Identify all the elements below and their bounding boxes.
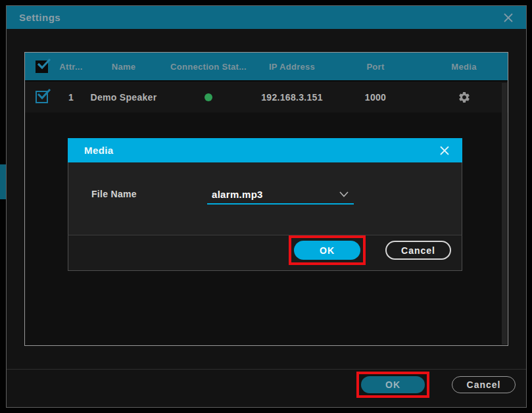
footer-divider — [7, 369, 526, 370]
row-name: Demo Speaker — [84, 92, 163, 103]
table-scrollbar[interactable] — [502, 83, 507, 345]
row-ip-address: 192.168.3.151 — [254, 92, 330, 103]
row-attr: 1 — [58, 92, 84, 103]
connection-status-dot — [205, 93, 212, 101]
speaker-table-header: Attr... Name Connection Stat... IP Addre… — [25, 53, 508, 82]
media-close-icon[interactable] — [439, 145, 450, 157]
chevron-down-icon — [339, 191, 349, 197]
settings-titlebar: Settings — [7, 6, 526, 29]
file-name-dropdown[interactable]: alarm.mp3 — [207, 185, 354, 205]
media-dialog-footer: OK Cancel — [68, 235, 462, 271]
check-icon — [37, 87, 51, 100]
select-all-checkbox[interactable] — [36, 61, 48, 73]
settings-close-icon[interactable] — [502, 12, 514, 24]
media-title: Media — [84, 145, 114, 156]
media-gear-icon[interactable] — [458, 91, 471, 104]
media-dialog-body: File Name alarm.mp3 — [68, 162, 462, 235]
settings-ok-highlight-annotation: OK — [356, 372, 429, 398]
speaker-table-row[interactable]: 1 Demo Speaker 192.168.3.151 1000 — [25, 82, 508, 112]
file-name-label: File Name — [91, 189, 137, 199]
settings-ok-button[interactable]: OK — [361, 376, 425, 393]
column-header-attr[interactable]: Attr... — [58, 62, 84, 72]
column-header-connection-status[interactable]: Connection Stat... — [163, 62, 254, 72]
settings-title: Settings — [19, 12, 60, 23]
file-name-value: alarm.mp3 — [207, 189, 263, 200]
media-ok-highlight-annotation: OK — [289, 235, 366, 265]
column-header-name[interactable]: Name — [84, 62, 163, 72]
background-window-fragment — [0, 164, 6, 199]
settings-cancel-button[interactable]: Cancel — [452, 376, 516, 393]
media-ok-button[interactable]: OK — [294, 241, 360, 260]
column-header-port[interactable]: Port — [330, 62, 421, 72]
media-titlebar: Media — [68, 138, 462, 162]
media-cancel-button[interactable]: Cancel — [385, 241, 451, 260]
column-header-ip-address[interactable]: IP Address — [254, 62, 330, 72]
check-icon — [37, 57, 51, 70]
row-checkbox[interactable] — [36, 91, 48, 103]
row-port: 1000 — [330, 92, 421, 103]
column-header-media[interactable]: Media — [421, 62, 507, 72]
media-dialog: Media File Name alarm.mp3 OK — [68, 138, 462, 271]
